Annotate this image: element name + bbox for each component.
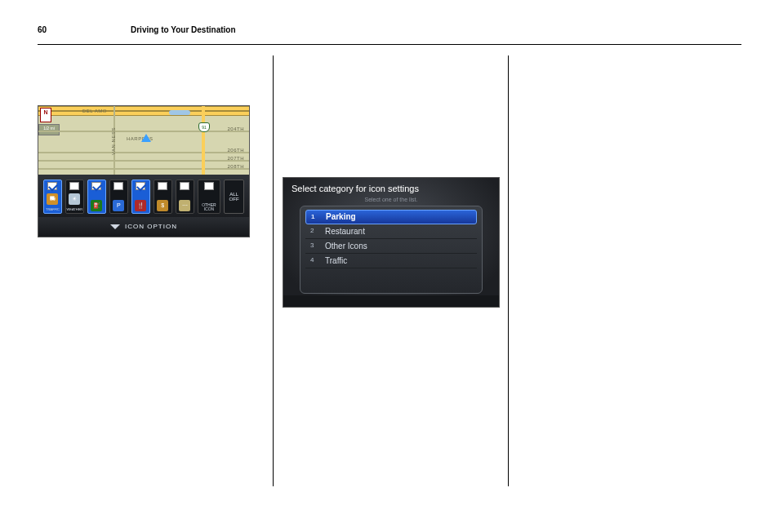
iconbar-other[interactable]: ⋯ (176, 180, 194, 214)
tip-body: When you say, "Find nearest...," the sys… (523, 197, 733, 228)
icon-option-label: ICON OPTION (125, 223, 177, 232)
gas-icon: ⛽ (91, 200, 102, 211)
iconbar-restaurant[interactable]: 🍴 (131, 180, 150, 214)
label-206: 206TH (227, 147, 244, 153)
list-item-number: 3 (310, 242, 318, 250)
road-major-v2 (202, 106, 205, 175)
page-header-title: Driving to Your Destination (131, 24, 236, 36)
list-item-number: 1 (311, 213, 319, 222)
list-item-label: Parking (326, 211, 356, 223)
col2-exit-label: Exit Screen (283, 102, 505, 113)
col1-p2: The screen consists of the following ite… (38, 246, 260, 257)
checkbox-icon (204, 182, 214, 190)
weather-icon: ☀ (69, 193, 80, 205)
list-item-restaurant[interactable]: 2 Restaurant (305, 224, 477, 239)
iconbar-weather[interactable]: ☀ WEATHER (65, 180, 84, 214)
figure-category-list: Select category for icon settings Select… (283, 177, 500, 308)
list-item-label: Restaurant (325, 226, 365, 237)
col3-li2: • Second, you select ICON OPTION and ver… (519, 124, 741, 157)
road-harpers (38, 111, 249, 116)
checkbox-icon (91, 182, 101, 190)
label-delamo: DEL AMO (82, 108, 107, 114)
col3-li1: • First, you would ensure that the OTHER… (519, 95, 741, 117)
col1-p3: The icon bar allows you to manually sele… (38, 281, 260, 358)
parking-icon: P (113, 200, 124, 211)
checkbox-icon (69, 182, 79, 190)
compass-icon[interactable]: N (40, 108, 51, 122)
list-item-number: 2 (310, 227, 318, 236)
iconbar-other-label-cell[interactable]: OTHER ICON (198, 180, 221, 214)
map-area[interactable]: N 1/2 mi DEL AMO HARPERS 204TH 206TH 207… (38, 106, 249, 175)
route-shield-icon: 91 (198, 122, 210, 132)
iconbar-weather-label: WEATHER (67, 208, 83, 211)
tip-box: Tip: When you say, "Find nearest...," th… (519, 192, 741, 233)
traffic-icon: ⛟ (47, 193, 58, 205)
iconbar-other-label: OTHER ICON (202, 203, 216, 211)
label-207: 207TH (227, 155, 244, 162)
col2-p3: Selecting ICON OPTION displays the follo… (283, 160, 505, 171)
col1-p1: Selecting Show Icon on Map from the Map … (38, 77, 260, 99)
label-204: 204TH (227, 126, 244, 132)
fig2-footer-bar (283, 295, 499, 307)
road-206 (38, 152, 249, 153)
list-item-label: Traffic (325, 255, 347, 267)
col3-p2: If you select Other Icons from the Selec… (519, 163, 741, 185)
iconbar-traffic-label: TRAFFIC (46, 208, 60, 211)
iconbar-all-off-label: ALL OFF (229, 192, 239, 202)
col3-p1: For instance, let's assume that your hos… (519, 55, 741, 89)
list-item-number: 4 (310, 256, 318, 265)
col2-p4: This feature allows you to "fine tune" s… (283, 316, 505, 371)
list-item-other-icons[interactable]: 3 Other Icons (305, 239, 477, 254)
bank-icon: $ (157, 200, 168, 211)
label-vanness: VAN NESS (110, 127, 117, 155)
col1-iconbar-label: Icon Bar (curved row of icon symbols) (38, 264, 260, 275)
checkbox-icon (136, 182, 145, 190)
other-icon: ⋯ (179, 200, 190, 211)
list-item-label: Other Icons (325, 241, 367, 252)
list-item-traffic[interactable]: 4 Traffic (305, 254, 477, 268)
col2-cat-subhead: Icon Options (283, 142, 505, 155)
fig2-subtitle: Select one of the list. (283, 196, 499, 203)
col2-p2: Select Return to return to the map scree… (283, 119, 505, 131)
checkbox-icon (47, 182, 57, 190)
iconbar-traffic[interactable]: ⛟ TRAFFIC (43, 180, 62, 214)
label-208: 208TH (227, 163, 244, 170)
iconbar-all-off[interactable]: ALL OFF (224, 180, 244, 214)
icon-bar: ⛟ TRAFFIC ☀ WEATHER ⛽ P 🍴 $ (38, 175, 249, 219)
tip-label: Tip: (523, 197, 538, 206)
checkbox-icon (158, 182, 167, 190)
col2-p1: This feature allows you to "fine tune" s… (283, 73, 505, 95)
iconbar-gas[interactable]: ⛽ (87, 180, 106, 214)
checkbox-icon (180, 182, 189, 190)
iconbar-bank[interactable]: $ (154, 180, 172, 214)
column-divider-2 (508, 55, 509, 486)
road-204 (38, 131, 249, 132)
column-divider-1 (273, 55, 274, 486)
column-2: Icon Options (ICON OPTION) This feature … (283, 55, 505, 378)
iconbar-parking[interactable]: P (109, 180, 128, 214)
road-207 (38, 160, 249, 162)
fig2-list-panel: 1 Parking 2 Restaurant 3 Other Icons 4 T… (300, 206, 483, 294)
checkbox-icon (114, 182, 123, 190)
section-subhead: Showing Icons on the Map (38, 59, 260, 72)
header-rule (38, 44, 741, 45)
fig2-title: Select category for icon settings (283, 183, 499, 195)
restaurant-icon: 🍴 (135, 200, 146, 211)
vehicle-cursor-icon (141, 134, 151, 142)
column-1: Showing Icons on the Map Selecting Show … (38, 55, 260, 365)
road-208 (38, 168, 249, 170)
map-scale[interactable]: 1/2 mi (38, 124, 60, 135)
figure-map-iconbar: N 1/2 mi DEL AMO HARPERS 204TH 206TH 207… (38, 105, 250, 237)
map-water-icon (169, 110, 190, 115)
list-item-parking[interactable]: 1 Parking (305, 210, 477, 224)
column-3: For instance, let's assume that your hos… (519, 55, 741, 233)
page-number: 60 (38, 24, 47, 36)
col2-icon-options-label: Icon Options (ICON OPTION) (283, 55, 505, 67)
icon-option-button[interactable]: ICON OPTION (38, 217, 249, 237)
chevron-down-icon (110, 224, 120, 229)
